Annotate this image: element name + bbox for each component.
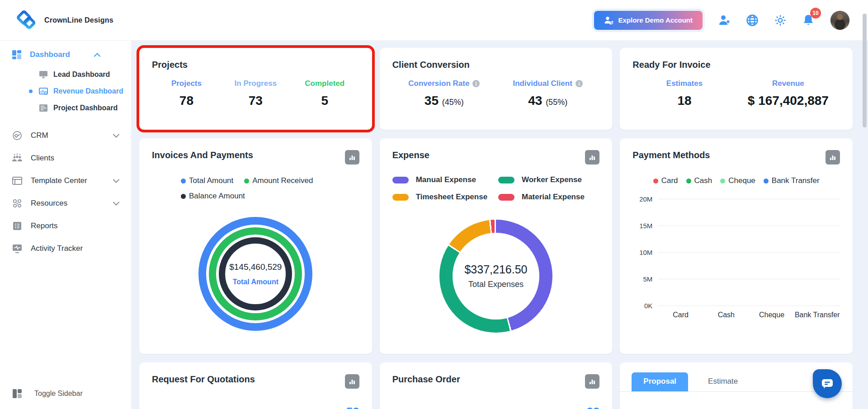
payment-methods-legend: CardCashChequeBank Transfer (632, 176, 840, 185)
sidebar-item-clients[interactable]: Clients (0, 147, 131, 169)
info-icon[interactable] (472, 80, 480, 87)
toggle-sidebar-icon (12, 388, 23, 399)
legend-swatch (686, 179, 691, 183)
main-content: Projects Projects 78 In Progress 73 Comp… (131, 41, 868, 409)
legend-label: Card (661, 176, 678, 185)
chart-type-button[interactable] (585, 374, 599, 389)
reports-icon (12, 221, 23, 231)
rfq-row: No. of Send 52 (152, 405, 359, 409)
chart-type-button[interactable] (826, 150, 840, 165)
legend-item[interactable]: Timesheet Expense (392, 193, 494, 202)
legend-label: Worker Expense (522, 175, 582, 184)
stat-label: Projects (171, 79, 202, 88)
brand: CrownLine Designs (14, 8, 113, 33)
chart-type-button[interactable] (585, 150, 599, 165)
stat-percent: (55%) (546, 98, 567, 107)
tab-proposal[interactable]: Proposal (632, 372, 688, 391)
globe-icon[interactable] (746, 14, 759, 27)
sidebar-item-template-center[interactable]: Template Center (0, 169, 131, 192)
stat-percent: (45%) (442, 98, 464, 107)
legend-label: Material Expense (522, 193, 585, 202)
bars-area (658, 199, 840, 306)
sidebar-item-dashboard[interactable]: Dashboard (0, 43, 131, 66)
legend-item[interactable]: Bank Transfer (764, 176, 820, 185)
legend-item[interactable]: Card (653, 176, 678, 185)
legend-item[interactable]: Balance Amount (181, 192, 245, 201)
sidebar-item-activity-tracker[interactable]: Activity Tracker (0, 237, 131, 260)
stat-label: Individual Client (513, 79, 572, 88)
sidebar-item-lead-dashboard[interactable]: Lead Dashboard (0, 66, 131, 83)
stat-label: Completed (305, 79, 344, 88)
chat-widget-button[interactable] (813, 369, 842, 398)
gear-icon[interactable] (774, 14, 787, 27)
bar-chart-icon (349, 154, 356, 161)
row-value: 22 (586, 405, 599, 409)
brand-name: CrownLine Designs (44, 16, 113, 24)
stat-value: 73 (221, 94, 290, 108)
sidebar-item-resources[interactable]: Resources (0, 192, 131, 215)
card-title: Invoices And Payments (152, 150, 253, 160)
add-user-icon[interactable] (718, 14, 731, 27)
sidebar-item-label: Resources (31, 199, 67, 208)
legend-label: Total Amount (189, 176, 233, 185)
explore-demo-account-label: Explore Demo Account (618, 16, 693, 24)
tab-estimate[interactable]: Estimate (696, 372, 750, 391)
legend-swatch (392, 177, 409, 183)
y-axis-tick: 0K (632, 302, 652, 310)
bar-chart-plot: 20M15M10M5M0K (658, 199, 840, 306)
chart-type-button[interactable] (345, 374, 359, 389)
bell-icon[interactable]: 10 (802, 14, 815, 27)
row-label: No. of Send (152, 408, 193, 409)
projects-stats: Projects 78 In Progress 73 Completed 5 (152, 79, 359, 108)
sidebar: Dashboard Lead Dashboard Revenue Dashboa… (0, 41, 131, 409)
legend-item[interactable]: Cheque (720, 176, 755, 185)
sidebar-item-label: Template Center (31, 176, 87, 185)
sidebar-item-label: Activity Tracker (31, 244, 83, 253)
ring-center-value: $145,460,529 (229, 262, 282, 272)
legend-label: Manual Expense (416, 175, 476, 184)
stat-value: 43 (55%) (496, 94, 599, 108)
sidebar-item-project-dashboard[interactable]: Project Dashboard (0, 99, 131, 116)
ready-for-invoice-stats: Estimates 18 Revenue $ 167,402,887 (632, 79, 840, 108)
sidebar-item-label: Lead Dashboard (53, 71, 110, 79)
legend-item[interactable]: Material Expense (498, 193, 599, 202)
sidebar-item-revenue-dashboard[interactable]: Revenue Dashboard (0, 83, 131, 99)
y-axis-tick: 10M (632, 249, 652, 256)
projects-card: Projects Projects 78 In Progress 73 Comp… (139, 48, 372, 130)
ring-center-label: Total Amount (233, 278, 278, 286)
card-title: Expense (392, 150, 429, 160)
expense-donut-chart: $337,216.50 Total Expenses (439, 220, 552, 333)
stat-in-progress: In Progress 73 (221, 79, 290, 108)
clients-icon (12, 153, 23, 163)
stat-label: In Progress (235, 79, 277, 88)
x-axis-label: Cash (703, 311, 749, 319)
legend-item[interactable]: Cash (686, 176, 712, 185)
legend-item[interactable]: Worker Expense (498, 175, 599, 184)
sidebar-item-crm[interactable]: CRM (0, 124, 131, 147)
stat-value: 18 (632, 94, 736, 108)
legend-swatch (498, 177, 514, 183)
user-avatar[interactable] (830, 10, 850, 30)
template-center-icon (12, 176, 23, 186)
bar-chart-icon (829, 154, 836, 161)
legend-item[interactable]: Manual Expense (392, 175, 494, 184)
bar-chart-x-labels: CardCashChequeBank Transfer (658, 311, 840, 319)
legend-label: Amount Received (252, 176, 313, 185)
explore-demo-account-button[interactable]: Explore Demo Account (594, 11, 703, 30)
chart-type-button[interactable] (345, 150, 359, 165)
sidebar-item-reports[interactable]: Reports (0, 215, 131, 237)
info-icon[interactable] (576, 80, 583, 87)
legend-item[interactable]: Total Amount (181, 176, 233, 185)
expense-legend: Manual ExpenseWorker ExpenseTimesheet Ex… (392, 175, 600, 202)
legend-swatch (244, 179, 249, 183)
toggle-sidebar-button[interactable]: Toggle Sidebar (0, 384, 131, 404)
legend-label: Cash (694, 176, 712, 185)
legend-item[interactable]: Amount Received (244, 176, 313, 185)
legend-label: Timesheet Expense (416, 193, 487, 202)
row-value: 52 (346, 405, 359, 409)
sidebar-item-label: Project Dashboard (53, 104, 118, 112)
stat-value: $ 167,402,887 (736, 94, 840, 108)
legend-swatch (498, 194, 514, 201)
stat-completed: Completed 5 (290, 79, 359, 108)
vertical-scrollbar-thumb[interactable] (863, 14, 867, 127)
